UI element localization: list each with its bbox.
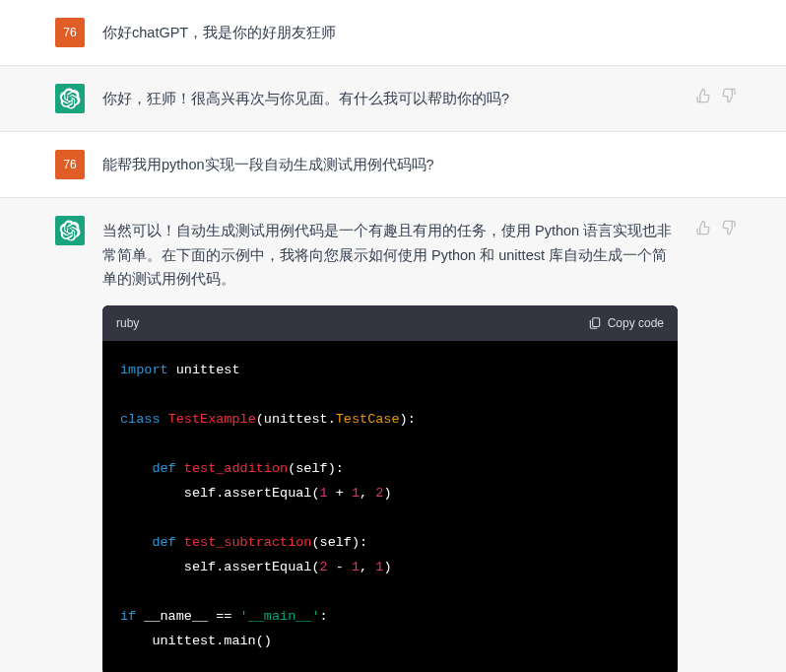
token-call: self.assertEqual( <box>120 560 320 574</box>
message-body: 你好chatGPT，我是你的好朋友狂师 <box>102 18 737 47</box>
message-text: 当然可以！自动生成测试用例代码是一个有趣且有用的任务，使用 Python 语言实… <box>102 223 672 287</box>
token-var: __name__ == <box>136 609 239 624</box>
token-number: 2 <box>320 560 328 574</box>
message-text: 能帮我用python实现一段自动生成测试用例代码吗? <box>102 157 434 172</box>
code-content[interactable]: import unittest class TestExample(unitte… <box>102 341 678 672</box>
message-row-user-1: 76 你好chatGPT，我是你的好朋友狂师 <box>0 0 786 66</box>
token-punct: ) <box>383 486 391 501</box>
token-keyword: class <box>120 412 161 427</box>
user-avatar: 76 <box>55 150 85 179</box>
token-punct: , <box>360 486 375 501</box>
token-number: 1 <box>352 560 360 574</box>
assistant-avatar <box>55 84 85 113</box>
user-avatar: 76 <box>55 18 85 47</box>
user-avatar-label: 76 <box>63 155 76 174</box>
message-body: 当然可以！自动生成测试用例代码是一个有趣且有用的任务，使用 Python 语言实… <box>102 216 678 672</box>
token-module: unittest <box>176 363 240 377</box>
token-punct: : <box>320 609 328 624</box>
code-language-label: ruby <box>116 313 139 333</box>
code-block: ruby Copy code import unittest class Tes… <box>102 305 678 672</box>
openai-logo-icon <box>59 88 81 109</box>
token-punct: ) <box>383 560 391 574</box>
token-call: self.assertEqual( <box>120 486 320 501</box>
message-body: 你好，狂师！很高兴再次与你见面。有什么我可以帮助你的吗? <box>102 84 678 113</box>
token-punct: (unittest. <box>256 412 336 427</box>
token-keyword: if <box>120 609 136 624</box>
thumbs-down-icon[interactable] <box>721 219 737 672</box>
token-punct: (self): <box>288 461 344 476</box>
message-actions <box>695 216 737 672</box>
clipboard-icon <box>588 316 602 330</box>
token-string: '__main__' <box>240 609 320 624</box>
svg-rect-0 <box>592 318 599 327</box>
copy-code-label: Copy code <box>608 313 664 333</box>
code-header: ruby Copy code <box>102 305 678 341</box>
thumbs-up-icon[interactable] <box>695 219 711 672</box>
message-text: 你好，狂师！很高兴再次与你见面。有什么我可以帮助你的吗? <box>102 91 509 106</box>
token-keyword: def <box>152 535 175 550</box>
token-classname: TestExample <box>168 412 256 427</box>
token-classname: TestCase <box>336 412 400 427</box>
message-text: 你好chatGPT，我是你的好朋友狂师 <box>102 25 336 40</box>
token-punct: ): <box>400 412 416 427</box>
message-row-user-2: 76 能帮我用python实现一段自动生成测试用例代码吗? <box>0 132 786 198</box>
thumbs-down-icon[interactable] <box>721 87 737 113</box>
token-number: 1 <box>320 486 328 501</box>
openai-logo-icon <box>59 220 81 241</box>
token-number: 1 <box>352 486 360 501</box>
message-row-assistant-1: 你好，狂师！很高兴再次与你见面。有什么我可以帮助你的吗? <box>0 66 786 132</box>
token-keyword: def <box>152 461 175 476</box>
token-punct: (self): <box>311 535 367 550</box>
user-avatar-label: 76 <box>63 23 76 42</box>
token-keyword: import <box>120 363 168 377</box>
token-fnname: test_subtraction <box>184 535 312 550</box>
token-op: - <box>328 560 352 574</box>
token-op: + <box>328 486 352 501</box>
message-body: 能帮我用python实现一段自动生成测试用例代码吗? <box>102 150 737 179</box>
thumbs-up-icon[interactable] <box>695 87 711 113</box>
assistant-avatar <box>55 216 85 245</box>
message-actions <box>695 84 737 113</box>
token-call: unittest.main() <box>120 634 272 648</box>
token-fnname: test_addition <box>184 461 288 476</box>
token-punct: , <box>360 560 375 574</box>
message-row-assistant-2: 当然可以！自动生成测试用例代码是一个有趣且有用的任务，使用 Python 语言实… <box>0 198 786 672</box>
copy-code-button[interactable]: Copy code <box>588 313 664 333</box>
